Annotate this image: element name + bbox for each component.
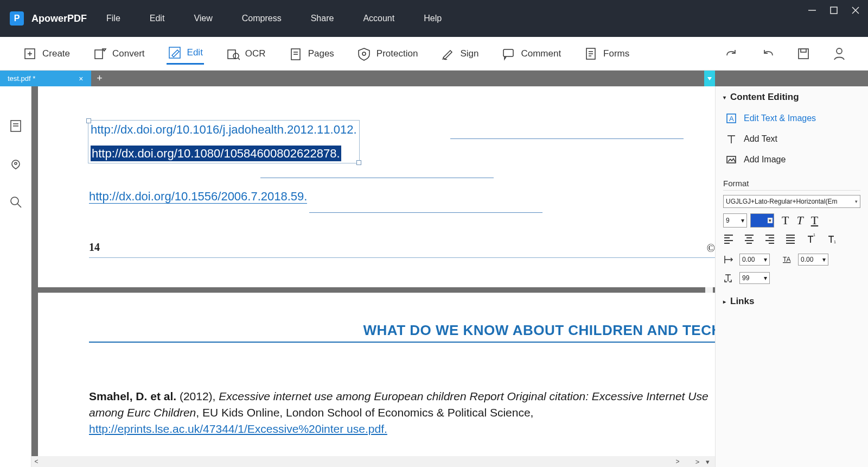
menu-file[interactable]: File [106, 14, 120, 23]
chevron-down-icon: ▾ [764, 256, 767, 263]
new-tab-button[interactable]: + [91, 71, 108, 86]
font-color-select[interactable]: ▾ [750, 213, 774, 228]
tool-sign[interactable]: Sign [439, 43, 480, 64]
menu-edit[interactable]: Edit [150, 14, 165, 23]
chevron-down-icon: ▾ [741, 217, 744, 224]
toolbar-right [725, 47, 846, 61]
word-spacing-icon: TA [782, 254, 793, 265]
add-image-button[interactable]: Add Image [723, 149, 860, 170]
document-viewport[interactable]: ︿ http://dx.doi.org/10.1016/j.jadohealth… [31, 86, 715, 467]
page2-reference[interactable]: Smahel, D. et al. (2012), Excessive inte… [89, 388, 715, 437]
char-spacing-input[interactable]: 0.00▾ [739, 254, 770, 266]
url-line-3[interactable]: http://dx.doi.org/10.1556/2006.7.2018.59… [89, 190, 307, 204]
font-family-select[interactable]: UGJLGJ+Lato-Regular+Horizontal(Em▾ [723, 195, 860, 208]
pdf-page-1: http://dx.doi.org/10.1016/j.jadohealth.2… [38, 86, 715, 287]
add-text-icon [725, 133, 737, 145]
document-tab[interactable]: test.pdf * × [0, 71, 91, 86]
tab-dropdown-icon[interactable] [704, 71, 715, 86]
toolbar: Create Convert Edit OCR Pages Protection… [0, 37, 868, 71]
svg-text:1: 1 [834, 240, 836, 244]
chevron-down-icon: ▾ [723, 94, 726, 100]
word-spacing-input[interactable]: 0.00▾ [798, 254, 828, 266]
hscroll-right-icon[interactable]: > [673, 458, 682, 465]
font-size-select[interactable]: 9▾ [723, 213, 747, 228]
menu-compress[interactable]: Compress [242, 14, 282, 23]
chevron-down-icon: ▾ [764, 274, 767, 282]
svg-line-29 [17, 204, 21, 207]
tool-convert[interactable]: Convert [92, 43, 146, 64]
tab-strip: test.pdf * × + [0, 71, 868, 86]
chevron-down-icon: ▾ [768, 218, 773, 223]
svg-rect-22 [801, 49, 806, 52]
hscroll-left-icon[interactable]: < [31, 458, 41, 465]
save-icon[interactable] [796, 47, 810, 61]
format-heading: Format [723, 179, 860, 191]
minimize-icon[interactable] [807, 5, 817, 15]
tool-ocr[interactable]: OCR [225, 43, 267, 64]
svg-line-11 [238, 58, 240, 60]
user-icon[interactable] [832, 47, 846, 61]
chevron-down-icon: ▾ [855, 199, 858, 204]
align-center-icon[interactable] [744, 233, 755, 244]
italic-button[interactable]: T [796, 213, 803, 228]
subscript-icon[interactable]: 1 [826, 233, 837, 244]
bold-button[interactable]: T [782, 213, 789, 228]
align-right-icon[interactable] [764, 233, 775, 244]
tool-pages[interactable]: Pages [288, 43, 335, 64]
menu-help[interactable]: Help [424, 14, 442, 23]
left-rail [0, 86, 31, 467]
window-controls [807, 5, 860, 15]
edit-text-images-button[interactable]: A Edit Text & Images [723, 108, 860, 129]
tool-create-label: Create [42, 48, 70, 59]
align-justify-icon[interactable] [785, 233, 796, 244]
tool-pages-label: Pages [308, 48, 334, 59]
thumbnails-icon[interactable] [9, 119, 23, 133]
right-panel: ▾Content Editing A Edit Text & Images Ad… [715, 86, 868, 467]
svg-rect-16 [503, 49, 513, 56]
add-text-button[interactable]: Add Text [723, 129, 860, 149]
tool-comment-label: Comment [521, 48, 561, 59]
tool-edit-label: Edit [187, 47, 203, 58]
search-icon[interactable] [9, 195, 23, 209]
alignment-row: 1 1 [723, 233, 860, 244]
url-line-2-selected[interactable]: http://dx.doi.org/10.1080/10584600802622… [91, 146, 341, 161]
menu-account[interactable]: Account [363, 14, 394, 23]
svg-point-23 [837, 48, 842, 54]
tool-create[interactable]: Create [22, 43, 71, 64]
superscript-icon[interactable]: 1 [806, 233, 816, 244]
svg-point-28 [11, 197, 18, 205]
tool-comment[interactable]: Comment [500, 43, 562, 64]
horizontal-scale-input[interactable]: 99▾ [739, 272, 770, 284]
horizontal-scale-icon [723, 273, 734, 283]
page-nav-arrows[interactable]: > ▾ [695, 458, 712, 466]
add-image-icon [725, 154, 737, 166]
redo-icon[interactable] [725, 47, 739, 61]
links-section[interactable]: ▸Links [723, 296, 860, 307]
content-editing-section[interactable]: ▾Content Editing [723, 92, 860, 103]
svg-rect-21 [799, 49, 808, 59]
underline-button[interactable]: T [811, 213, 818, 228]
maximize-icon[interactable] [829, 5, 839, 15]
bookmarks-icon[interactable] [9, 157, 23, 171]
ref-author: Smahel, D. et al. [89, 390, 176, 402]
menu-view[interactable]: View [194, 14, 212, 23]
close-tab-icon[interactable]: × [79, 74, 83, 83]
horizontal-scrollbar[interactable]: < > > ▾ [31, 456, 715, 467]
page-number: 14 [89, 241, 100, 254]
rule-1 [450, 138, 684, 139]
page2-heading: WHAT DO WE KNOW ABOUT CHILDREN AND TECHN [363, 322, 715, 339]
tool-forms[interactable]: Forms [583, 43, 630, 64]
undo-icon[interactable] [761, 47, 775, 61]
svg-point-10 [233, 53, 239, 59]
tool-edit[interactable]: Edit [167, 42, 204, 65]
menu-share[interactable]: Share [311, 14, 334, 23]
app-logo: P [10, 11, 24, 26]
ref-link[interactable]: http://eprints.lse.ac.uk/47344/1/Excessi… [89, 422, 387, 435]
close-icon[interactable] [851, 5, 860, 15]
svg-rect-7 [95, 50, 103, 59]
align-left-icon[interactable] [723, 233, 734, 244]
url-line-1[interactable]: http://dx.doi.org/10.1016/j.jadohealth.2… [91, 123, 357, 137]
tool-protection[interactable]: Protection [356, 43, 419, 64]
selected-text-box[interactable]: http://dx.doi.org/10.1016/j.jadohealth.2… [88, 120, 360, 163]
chevron-right-icon: ▸ [723, 299, 726, 305]
